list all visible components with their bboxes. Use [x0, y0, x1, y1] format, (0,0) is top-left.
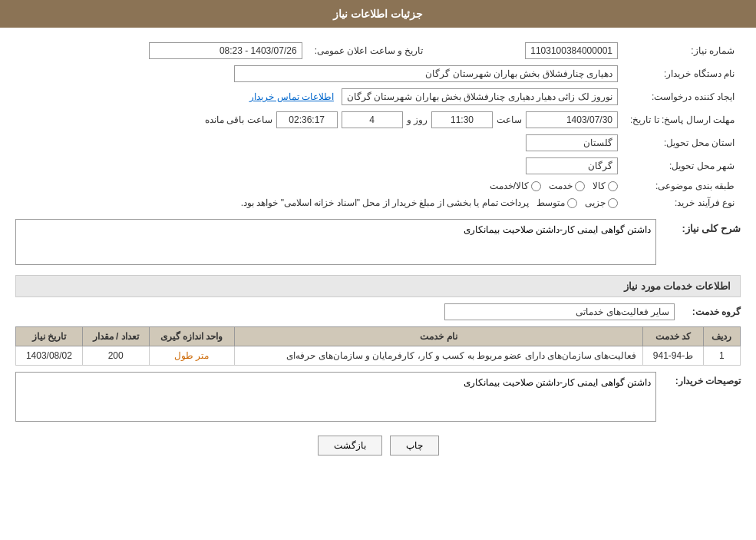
value-shahr: گرگان [15, 154, 624, 177]
cell-tarikh: 1403/08/02 [16, 346, 83, 366]
col-vahed: واحد اندازه گیری [149, 327, 234, 346]
bazgasht-button[interactable]: بازگشت [318, 436, 382, 456]
radio-jozee-input[interactable] [608, 198, 618, 208]
row-mohlat: مهلت ارسال پاسخ: تا تاریخ: 1403/07/30 سا… [15, 108, 741, 131]
value-mohlat: 1403/07/30 ساعت 11:30 روز و 4 02:36:17 س… [15, 108, 624, 131]
service-table-head: ردیف کد خدمت نام خدمت واحد اندازه گیری ت… [16, 327, 741, 346]
khadamat-section-header: اطلاعات خدمات مورد نیاز [15, 275, 741, 297]
label-mohlat: مهلت ارسال پاسخ: تا تاریخ: [624, 108, 741, 131]
value-noe-farayand: جزیی متوسط پرداخت تمام یا بخشی از مبلغ خ… [15, 194, 624, 211]
cell-kod: ط-94-941 [643, 346, 703, 366]
table-row: 1 ط-94-941 فعالیت‌های سازمان‌های دارای ع… [16, 346, 741, 366]
row-ejad: ایجاد کننده درخواست: نوروز لک زائی دهیار… [15, 85, 741, 108]
label-tabaqe: طبقه بندی موضوعی: [624, 177, 741, 194]
grohe-label: گروه خدمت: [679, 306, 741, 317]
tarikh-value: 1403/07/30 [526, 111, 618, 128]
radio-kala: کالا [593, 181, 618, 191]
value-tarikh-saat: 1403/07/26 - 08:23 [15, 39, 309, 62]
row-shomare-tarikh: شماره نیاز: 1103100384000001 تاریخ و ساع… [15, 39, 741, 62]
label-shahr: شهر محل تحویل: [624, 154, 741, 177]
sharhkoli-container: // set textarea value after DOM is ready… [15, 219, 656, 267]
col-tarikh: تاریخ نیاز [16, 327, 83, 346]
col-nam: نام خدمت [234, 327, 643, 346]
radio-kala-input[interactable] [608, 181, 618, 191]
buyer-notes-container [15, 372, 656, 424]
saat-baghimande-value: 02:36:17 [276, 111, 338, 128]
radio-kala-khadamat: کالا/خدمت [490, 181, 541, 191]
value-namdastgah: دهیاری چنارفشلاق بخش بهاران شهرستان گرگا… [15, 62, 624, 85]
radio-jozee-label: جزیی [585, 197, 606, 208]
radio-jozee: جزیی [585, 197, 618, 208]
service-table: ردیف کد خدمت نام خدمت واحد اندازه گیری ت… [15, 326, 741, 366]
farayand-radio-group: جزیی متوسط پرداخت تمام یا بخشی از مبلغ خ… [21, 197, 618, 208]
rooz-label: روز و [407, 114, 428, 125]
grohe-row: گروه خدمت: سایر فعالیت‌های خدماتی [15, 303, 741, 320]
radio-mottavasset-input[interactable] [567, 198, 577, 208]
label-shomare: شماره نیاز: [624, 39, 741, 62]
buyer-notes-label: توصیحات خریدار: [664, 372, 741, 386]
ostan-value: گلستان [526, 134, 618, 151]
radio-mottavasset: متوسط [536, 197, 577, 208]
label-namdastgah: نام دستگاه خریدار: [624, 62, 741, 85]
page-header: جزئیات اطلاعات نیاز [0, 0, 756, 28]
cell-tedad: 200 [82, 346, 149, 366]
radio-kala-label: کالا [593, 181, 606, 191]
label-ejad: ایجاد کننده درخواست: [624, 85, 741, 108]
rooz-value: 4 [342, 111, 403, 128]
saat-label: ساعت [497, 114, 522, 125]
nam-dastgah-value: دهیاری چنارفشلاق بخش بهاران شهرستان گرگا… [234, 65, 618, 82]
ettelaat-tamas-link[interactable]: اطلاعات تماس خریدار [249, 91, 334, 102]
col-radif: ردیف [703, 327, 740, 346]
grohe-value: سایر فعالیت‌های خدماتی [444, 303, 675, 320]
chap-button[interactable]: چاپ [390, 436, 439, 456]
value-tabaqe: کالا خدمت کالا/خدمت [15, 177, 624, 194]
radio-kala-khadamat-input[interactable] [531, 181, 541, 191]
info-table-top: شماره نیاز: 1103100384000001 تاریخ و ساع… [15, 39, 741, 211]
value-ostan: گلستان [15, 131, 624, 154]
page-wrapper: جزئیات اطلاعات نیاز شماره نیاز: 11031003… [0, 0, 756, 540]
service-table-header-row: ردیف کد خدمت نام خدمت واحد اندازه گیری ت… [16, 327, 741, 346]
sharhkoli-textarea[interactable] [15, 219, 656, 265]
buyer-notes-row: توصیحات خریدار: [15, 372, 741, 424]
label-ostan: استان محل تحویل: [624, 131, 741, 154]
noe-farayand-text: پرداخت تمام یا بخشی از مبلغ خریدار از مح… [241, 197, 529, 208]
buyer-notes-textarea[interactable] [15, 372, 656, 422]
button-row: چاپ بازگشت [15, 436, 741, 456]
sharhkoli-label: شرح کلی نیاز: [664, 219, 741, 234]
shahr-value: گرگان [526, 157, 618, 174]
page-title: جزئیات اطلاعات نیاز [333, 8, 423, 20]
saat-value: 11:30 [431, 111, 493, 128]
cell-nam: فعالیت‌های سازمان‌های دارای عضو مربوط به… [234, 346, 643, 366]
main-content: شماره نیاز: 1103100384000001 تاریخ و ساع… [0, 28, 756, 479]
row-nam-dastgah: نام دستگاه خریدار: دهیاری چنارفشلاق بخش … [15, 62, 741, 85]
saat-baghimande-label: ساعت باقی مانده [205, 114, 272, 125]
row-tabaqe: طبقه بندی موضوعی: کالا خدمت [15, 177, 741, 194]
value-shomare: 1103100384000001 [438, 39, 624, 62]
cell-vahed: متر طول [149, 346, 234, 366]
label-noe-farayand: نوع فرآیند خرید: [624, 194, 741, 211]
sharhkoli-section: شرح کلی نیاز: // set textarea value afte… [15, 219, 741, 267]
row-ostan: استان محل تحویل: گلستان [15, 131, 741, 154]
row-noe-farayand: نوع فرآیند خرید: جزیی متوسط پرداخت تمام … [15, 194, 741, 211]
radio-khadamat-label: خدمت [549, 181, 573, 191]
service-table-body: 1 ط-94-941 فعالیت‌های سازمان‌های دارای ع… [16, 346, 741, 366]
tabaqe-radio-group: کالا خدمت کالا/خدمت [21, 181, 618, 191]
shomare-niaz-value: 1103100384000001 [525, 42, 618, 59]
col-kod: کد خدمت [643, 327, 703, 346]
radio-mottavasset-label: متوسط [536, 197, 565, 208]
radio-khadamat-input[interactable] [575, 181, 585, 191]
ejad-value: نوروز لک زائی دهیار دهیاری چنارفشلاق بخش… [342, 88, 618, 105]
value-ejad: نوروز لک زائی دهیار دهیاری چنارفشلاق بخش… [15, 85, 624, 108]
tarikh-saat-value: 1403/07/26 - 08:23 [149, 42, 302, 59]
col-tedad: تعداد / مقدار [82, 327, 149, 346]
date-time-container: 1403/07/30 ساعت 11:30 روز و 4 02:36:17 س… [21, 111, 618, 128]
label-tarikh-saat: تاریخ و ساعت اعلان عمومی: [309, 39, 439, 62]
row-shahr: شهر محل تحویل: گرگان [15, 154, 741, 177]
cell-radif: 1 [703, 346, 740, 366]
radio-khadamat: خدمت [549, 181, 585, 191]
radio-kala-khadamat-label: کالا/خدمت [490, 181, 529, 191]
